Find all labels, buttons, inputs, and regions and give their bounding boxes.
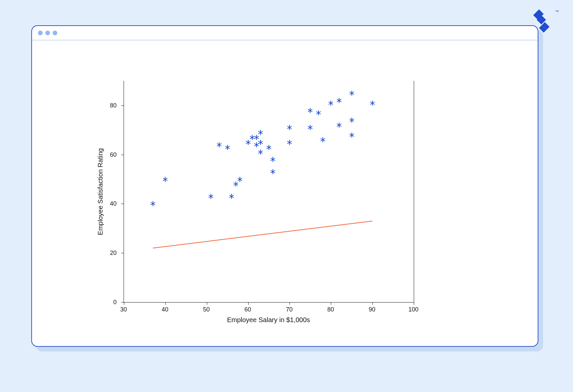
y-tick-mark <box>121 204 124 204</box>
y-tick-label: 60 <box>103 151 117 158</box>
x-tick-mark <box>331 302 331 305</box>
y-tick-mark <box>121 302 124 302</box>
trademark: ™ <box>555 9 559 14</box>
x-tick-mark <box>248 302 249 305</box>
y-tick-label: 80 <box>103 102 117 109</box>
y-tick-label: 40 <box>103 200 117 207</box>
window-titlebar <box>32 26 538 40</box>
x-tick-label: 70 <box>286 306 292 313</box>
y-tick-mark <box>121 253 124 253</box>
svg-line-96 <box>153 221 372 248</box>
x-tick-mark <box>165 302 166 305</box>
window-control-dot[interactable] <box>38 31 43 35</box>
x-tick-mark <box>124 302 124 305</box>
y-tick-mark <box>121 105 124 106</box>
x-tick-label: 60 <box>245 306 251 313</box>
scatter-plot <box>124 81 414 302</box>
y-tick-label: 20 <box>103 250 117 257</box>
x-tick-label: 90 <box>369 306 375 313</box>
x-axis-label: Employee Salary in $1,000s <box>227 316 310 324</box>
window-control-dot[interactable] <box>45 31 50 35</box>
y-axis-label: Employee Satisfaction Rating <box>97 148 104 235</box>
x-tick-label: 80 <box>327 306 334 313</box>
x-tick-mark <box>207 302 207 305</box>
x-tick-label: 40 <box>162 306 168 313</box>
browser-window: Employee Satisfaction Rating Employee Sa… <box>31 25 538 347</box>
x-tick-label: 50 <box>203 306 210 313</box>
trend-line <box>124 81 414 302</box>
window-control-dot[interactable] <box>53 31 57 35</box>
y-tick-label: 0 <box>103 299 117 306</box>
x-tick-mark <box>289 302 290 305</box>
y-tick-mark <box>121 155 124 155</box>
x-tick-label: 30 <box>120 306 127 313</box>
x-tick-mark <box>414 302 414 305</box>
x-tick-label: 100 <box>408 306 418 313</box>
x-tick-mark <box>372 302 373 305</box>
